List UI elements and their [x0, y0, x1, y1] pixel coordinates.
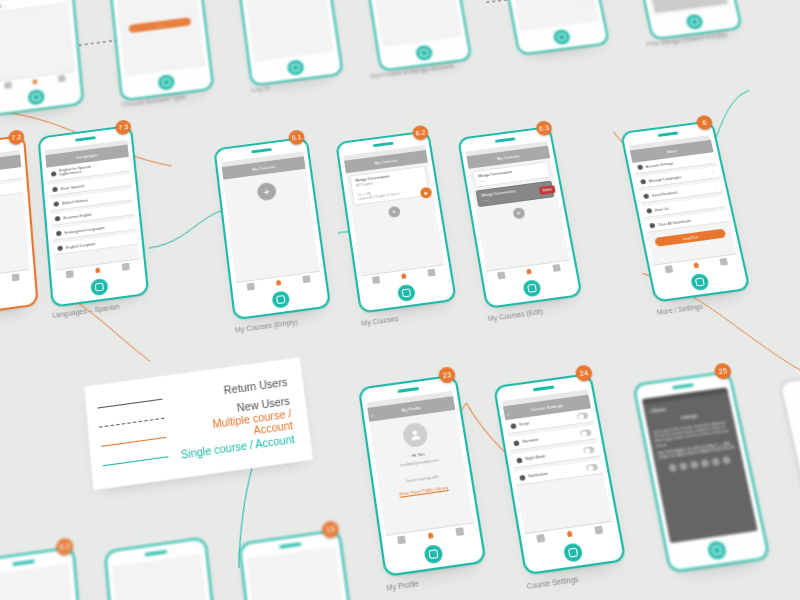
download-fab[interactable]: ▸ — [419, 187, 432, 199]
script-icon — [510, 423, 516, 429]
phone-top-2: —— — [105, 0, 214, 101]
navbar-title: My Courses — [252, 164, 276, 172]
tab-more-icon[interactable] — [302, 275, 310, 283]
svg-point-0 — [412, 430, 417, 435]
legend: Return Users New Users Multiple course /… — [85, 358, 313, 490]
course-card[interactable]: Mango Conversation All Chapters Ch. 1 of… — [349, 166, 430, 206]
speaker-icon — [513, 440, 519, 446]
phone-top-1: —— — [0, 0, 84, 116]
phone-top-3: —— — [231, 0, 344, 87]
home-icon[interactable] — [94, 266, 102, 274]
navbar-title: My Courses — [497, 153, 521, 161]
add-course-button[interactable]: + — [256, 182, 277, 202]
phone-bl-1 — [0, 546, 91, 600]
globe-icon — [640, 179, 646, 185]
phone-top-4 — [356, 0, 473, 72]
bell-icon — [519, 474, 525, 480]
delete-button[interactable]: Delete — [539, 185, 556, 195]
phone-blank — [778, 368, 800, 570]
navbar-title: My Profile — [401, 405, 422, 413]
moon-icon — [516, 457, 522, 463]
phone-course-settings: ‹Course Settings Script Narration Night … — [493, 373, 627, 576]
phone-more: More Account Settings› Manage Languages›… — [620, 120, 751, 303]
mail-icon — [643, 193, 649, 199]
chevron-right-icon: › — [709, 156, 711, 160]
phone-bl-3 — [238, 529, 367, 600]
star-icon — [646, 208, 652, 214]
tab-home-icon[interactable] — [274, 278, 282, 286]
phone-mycourses-empty: My Courses + — [213, 136, 331, 320]
caption-more-settings: More / Settings — [656, 303, 703, 316]
navbar-title: My Courses — [374, 158, 398, 166]
gear-icon — [637, 165, 643, 170]
flow-canvas: —— —— Choose Account Type —— Log In Don'… — [0, 0, 800, 600]
trash-icon — [649, 223, 655, 229]
tab-courses-icon[interactable] — [246, 282, 254, 290]
caption-my-profile: My Profile — [386, 579, 419, 592]
phone-langlist: Languages English for SpanishInglés bási… — [37, 125, 149, 308]
phone-about: ‹ About mango Lorem ipsum dolor sit amet… — [632, 371, 770, 574]
add-course-button[interactable]: + — [512, 207, 525, 219]
phone-profile: ‹My Profile Hi Tim tim.albee@example.com… — [358, 374, 487, 577]
back-icon[interactable]: ‹ — [371, 411, 374, 418]
caption-mycourses-edit: My Courses (Edit) — [487, 308, 543, 323]
phone-mycourses: My Courses Mango Conversation All Chapte… — [335, 130, 457, 313]
phone-mycourses-edit: My Courses Mango Conversation —— Mango C… — [457, 126, 583, 309]
navbar-title: More — [666, 148, 677, 154]
add-course-button[interactable]: + — [387, 206, 400, 218]
phone-langheader: Languages English for Spanish Basic Span… — [0, 135, 39, 319]
caption-mycourses-empty: My Courses (Empty) — [235, 318, 299, 334]
cta-button[interactable]: —— — [128, 17, 191, 33]
caption-login: Log In — [251, 84, 270, 93]
logout-button[interactable]: Log Out — [654, 229, 726, 247]
caption-mycourses: My Courses — [361, 315, 399, 327]
toggle[interactable] — [577, 412, 589, 420]
phone-top-5 — [490, 0, 610, 56]
avatar — [402, 422, 429, 449]
list-item[interactable]: Basic Spanish — [0, 181, 23, 204]
back-icon[interactable]: ‹ — [507, 409, 510, 416]
navbar-title: Course Settings — [531, 403, 564, 413]
navbar-title: Languages — [76, 152, 98, 160]
phone-bl-2 — [104, 536, 228, 600]
caption-course-settings: Course Settings — [526, 575, 579, 590]
